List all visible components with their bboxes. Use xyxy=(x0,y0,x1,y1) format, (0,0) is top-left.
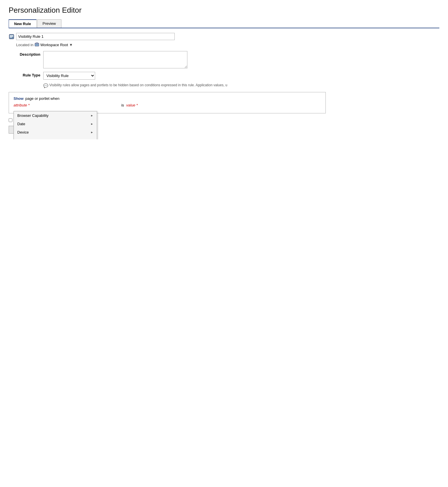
attribute-label[interactable]: attribute * xyxy=(14,103,30,107)
workspace-icon xyxy=(35,42,39,47)
attribute-dropdown-container: attribute * Browser Capability ► Date ► … xyxy=(14,103,32,107)
description-label: Description xyxy=(9,51,40,57)
submenu-arrow: ► xyxy=(91,122,93,126)
strict-checkbox[interactable] xyxy=(9,118,12,122)
show-link[interactable]: Show xyxy=(14,96,24,101)
workspace-root-label: Workspace Root xyxy=(40,43,68,47)
hint-icon: 💬 xyxy=(43,83,48,88)
page-container: Personalization Editor New Rule Preview … xyxy=(0,0,448,139)
rule-icon xyxy=(9,34,14,40)
rule-type-row: Rule Type Visibility Rule Personalizatio… xyxy=(9,72,439,80)
dropdown-item-date[interactable]: Date ► xyxy=(14,120,97,128)
dropdown-item-referrer[interactable]: Referrer ► xyxy=(14,136,97,139)
rule-name-row xyxy=(9,33,439,40)
value-label[interactable]: value * xyxy=(126,103,138,107)
page-title: Personalization Editor xyxy=(9,6,439,15)
attribute-dropdown-menu: Browser Capability ► Date ► Device ► Ref… xyxy=(14,111,97,139)
tabs-row: New Rule Preview xyxy=(9,19,439,28)
dropdown-item-browser-capability[interactable]: Browser Capability ► xyxy=(14,111,97,120)
tab-new-rule[interactable]: New Rule xyxy=(9,19,37,28)
hint-text: Visibility rules allow pages and portlet… xyxy=(49,83,227,87)
dropdown-item-device[interactable]: Device ► xyxy=(14,128,97,136)
hint-row: 💬 Visibility rules allow pages and portl… xyxy=(43,83,268,88)
location-row: Located in Workspace Root ▼ xyxy=(16,42,439,47)
svg-rect-2 xyxy=(10,36,13,37)
submenu-arrow: ► xyxy=(91,114,93,117)
attribute-row: attribute * Browser Capability ► Date ► … xyxy=(14,103,321,107)
svg-rect-3 xyxy=(10,37,12,38)
rule-type-label: Rule Type xyxy=(9,72,40,77)
submenu-arrow: ► xyxy=(91,131,93,134)
rule-type-select[interactable]: Visibility Rule Personalization Rule xyxy=(43,72,95,80)
is-label: is xyxy=(121,103,124,107)
tab-preview[interactable]: Preview xyxy=(37,19,61,28)
svg-rect-5 xyxy=(36,43,38,44)
submenu-arrow: ► xyxy=(91,139,93,139)
svg-rect-1 xyxy=(10,35,13,36)
location-dropdown-arrow[interactable]: ▼ xyxy=(69,43,73,47)
description-textarea[interactable] xyxy=(43,51,187,68)
rule-editor-box: Show page or portlet when attribute * Br… xyxy=(9,92,326,113)
description-row: Description xyxy=(9,51,439,68)
show-row: Show page or portlet when xyxy=(14,96,321,101)
page-portlet-when: page or portlet when xyxy=(25,96,60,101)
rule-name-input[interactable] xyxy=(16,33,175,40)
